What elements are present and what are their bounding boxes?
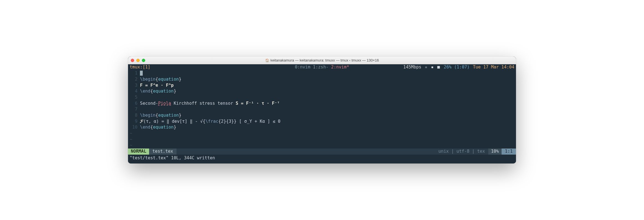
terminal[interactable]: tmux:[1] 0:nvim 1:zsh- 2:nvim* 145Mbps ▪… — [128, 64, 516, 163]
empty-line: ~ — [128, 137, 516, 143]
filename: test.tex — [149, 149, 177, 155]
tmux-tab-2[interactable]: 2:nvim* — [331, 65, 349, 70]
code-line: 8\begin{equation} — [128, 112, 516, 119]
mode-indicator: NORMAL — [128, 149, 149, 155]
file-info: unix | utf-8 | tex — [435, 149, 488, 155]
close-icon[interactable] — [131, 59, 134, 62]
net-speed: 145Mbps — [403, 64, 421, 70]
code-line: 6Second-Piola Kirchhoff stress tensor S … — [128, 101, 516, 107]
code-line: 1 — [128, 70, 516, 76]
cursor — [140, 71, 142, 76]
spell-error: Piola — [158, 101, 171, 106]
code-line: 9𝓕(τ, α) = ‖ dev[τ] ‖ - √{\frac{2}{3}} [… — [128, 119, 516, 125]
command-message: "test/test.tex" 10L, 344C written — [128, 155, 516, 163]
code-line: 5 — [128, 94, 516, 101]
vim-statusline: NORMAL test.tex unix | utf-8 | tex 10% 1… — [128, 149, 516, 155]
tmux-session: tmux:[1] — [130, 64, 150, 70]
datetime: Tue 17 Mar 14:04 — [473, 64, 514, 70]
activity-icon: ▪ ▪ ■ — [425, 64, 441, 70]
code-line: 10\end{equation} — [128, 124, 516, 131]
tmux-tab-0[interactable]: 0:nvim — [295, 65, 310, 70]
code-line: 2\begin{equation} — [128, 76, 516, 83]
code-line: 3F = F^e · F^p — [128, 83, 516, 89]
code-line: 4\end{equation} — [128, 88, 516, 94]
tmux-tab-1[interactable]: 1:zsh- — [313, 65, 328, 70]
tmux-statusbar: tmux:[1] 0:nvim 1:zsh- 2:nvim* 145Mbps ▪… — [128, 64, 516, 70]
home-icon: 🏠 — [265, 58, 269, 62]
window-title-text: keitanakamura — keitanakamura: tmuxx — t… — [270, 58, 379, 62]
battery: 26% (1:07) — [444, 64, 469, 70]
zoom-icon[interactable] — [142, 59, 145, 62]
minimize-icon[interactable] — [136, 59, 140, 62]
terminal-window: 🏠 keitanakamura — keitanakamura: tmuxx —… — [128, 57, 516, 163]
code-line: 7 — [128, 106, 516, 112]
scroll-percent: 10% — [488, 149, 502, 155]
traffic-lights — [131, 59, 145, 62]
cursor-position: 1:1 — [502, 149, 516, 155]
empty-line: ~ — [128, 131, 516, 137]
window-title: 🏠 keitanakamura — keitanakamura: tmuxx —… — [128, 58, 516, 62]
titlebar: 🏠 keitanakamura — keitanakamura: tmuxx —… — [128, 57, 516, 64]
empty-line: ~ — [128, 142, 516, 149]
